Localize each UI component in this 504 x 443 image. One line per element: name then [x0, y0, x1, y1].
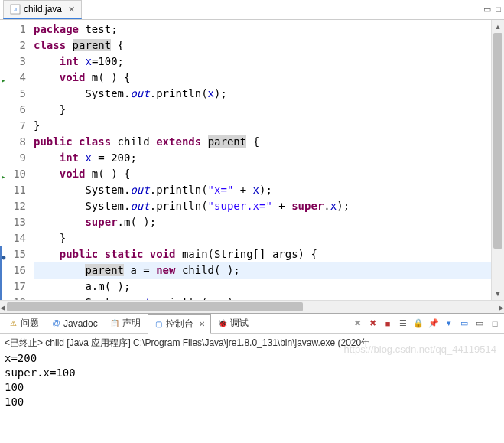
minimize-icon[interactable]: ▭ [483, 5, 491, 15]
line-number: 4▸ [0, 70, 26, 86]
editor-toolbar-right: ▭ □ [483, 5, 501, 15]
code-line[interactable]: System.out.println(x); [34, 86, 491, 102]
clear-console-icon[interactable]: ☰ [397, 318, 409, 330]
scroll-thumb[interactable] [493, 33, 502, 249]
remove-launch-icon[interactable]: ✖ [351, 318, 363, 330]
line-number-gutter: 1234▸5678910▸1112131415●1617181920 [0, 20, 31, 300]
pin-console-icon[interactable]: 📌 [428, 318, 440, 330]
code-line[interactable]: } [34, 102, 491, 118]
line-number: 6 [0, 102, 26, 118]
line-number: 8 [0, 134, 26, 150]
panel-tab-icon: 🐞 [218, 318, 228, 328]
panel-tab-icon: 📋 [110, 318, 120, 328]
panel-tab-bar: ⚠问题@Javadoc📋声明▢控制台✕🐞调试 ✖ ✖ ■ ☰ 🔒 📌 ▾ ▭ ▭… [0, 314, 504, 334]
line-number: 3 [0, 54, 26, 70]
panel-tab-label: 声明 [122, 317, 141, 330]
line-number: 14 [0, 230, 26, 246]
code-line[interactable]: class parent { [34, 37, 491, 54]
editor-tab-label: child.java [24, 4, 62, 15]
panel-tab-4[interactable]: 🐞调试 [213, 314, 254, 332]
code-line[interactable]: package test; [34, 21, 491, 37]
line-number: 17 [0, 279, 26, 295]
code-line[interactable]: int x = 200; [34, 150, 491, 166]
console-toolbar: ✖ ✖ ■ ☰ 🔒 📌 ▾ ▭ ▭ □ [351, 318, 501, 330]
line-number: 15● [0, 246, 26, 262]
panel-tab-icon: ▢ [154, 319, 164, 329]
display-selected-icon[interactable]: ▾ [443, 318, 455, 330]
close-icon[interactable]: ✕ [199, 320, 205, 328]
panel-tab-2[interactable]: 📋声明 [105, 314, 146, 332]
line-number: 1 [0, 21, 26, 37]
line-number: 11 [0, 182, 26, 198]
line-number: 12 [0, 198, 26, 214]
code-line[interactable]: } [34, 118, 491, 134]
panel-tab-icon: ⚠ [8, 318, 18, 328]
code-line[interactable]: super.m( ); [34, 214, 491, 230]
editor-tab-bar: J child.java ✕ ▭ □ [0, 0, 504, 20]
panel-tab-0[interactable]: ⚠问题 [3, 314, 44, 332]
line-number: 7 [0, 118, 26, 134]
console-output[interactable]: x=200 super.x=100 100 100 [0, 351, 504, 412]
code-line[interactable]: void m( ) { [34, 70, 491, 86]
panel-tab-label: Javadoc [63, 318, 98, 329]
h-scroll-thumb[interactable] [7, 302, 303, 311]
h-scroll-track[interactable] [5, 301, 499, 313]
code-line[interactable]: System.out.println(a.x); [34, 295, 491, 300]
line-number: 16 [0, 262, 26, 279]
code-line[interactable]: public class child extends parent { [34, 134, 491, 150]
horizontal-scrollbar[interactable]: ◀ ▶ [0, 300, 504, 313]
code-line[interactable]: System.out.println("super.x=" + super.x)… [34, 198, 491, 214]
line-number: 2 [0, 37, 26, 54]
line-number: 9 [0, 150, 26, 166]
code-line[interactable]: int x=100; [34, 54, 491, 70]
panel-tab-3[interactable]: ▢控制台✕ [148, 314, 211, 334]
change-marker [0, 246, 2, 300]
editor-tab-child-java[interactable]: J child.java ✕ [3, 0, 82, 19]
max-icon[interactable]: □ [489, 318, 501, 330]
maximize-icon[interactable]: □ [496, 5, 501, 15]
vertical-scrollbar[interactable]: ▲ ▼ [491, 20, 504, 300]
scroll-left-arrow[interactable]: ◀ [0, 301, 5, 314]
code-line[interactable]: public static void main(String[] args) { [34, 246, 491, 262]
code-line[interactable]: System.out.println("x=" + x); [34, 182, 491, 198]
bottom-panel: ⚠问题@Javadoc📋声明▢控制台✕🐞调试 ✖ ✖ ■ ☰ 🔒 📌 ▾ ▭ ▭… [0, 313, 504, 443]
code-line[interactable]: void m( ) { [34, 166, 491, 182]
remove-all-icon[interactable]: ✖ [366, 318, 379, 330]
java-file-icon: J [10, 4, 21, 15]
scroll-down-arrow[interactable]: ▼ [492, 287, 504, 300]
panel-tab-label: 调试 [230, 317, 249, 330]
min-icon[interactable]: ▭ [473, 318, 486, 330]
editor-area: 1234▸5678910▸1112131415●1617181920 packa… [0, 20, 504, 300]
panel-tab-icon: @ [51, 318, 61, 328]
console-description: <已终止> child [Java 应用程序] C:\Program Files… [0, 334, 504, 351]
line-number: 18 [0, 295, 26, 300]
close-icon[interactable]: ✕ [68, 5, 75, 15]
panel-tab-label: 控制台 [166, 318, 193, 331]
panel-tab-label: 问题 [21, 317, 39, 330]
code-line[interactable]: a.m( ); [34, 279, 491, 295]
code-line[interactable]: } [34, 230, 491, 246]
terminate-icon[interactable]: ■ [382, 318, 394, 330]
line-number: 5 [0, 86, 26, 102]
panel-tab-1[interactable]: @Javadoc [46, 316, 103, 331]
svg-text:J: J [14, 6, 17, 13]
scroll-track[interactable] [492, 33, 504, 287]
scroll-right-arrow[interactable]: ▶ [499, 301, 504, 314]
scroll-up-arrow[interactable]: ▲ [492, 20, 504, 33]
line-number: 13 [0, 214, 26, 230]
open-console-icon[interactable]: ▭ [458, 318, 470, 330]
scroll-lock-icon[interactable]: 🔒 [412, 318, 424, 330]
line-number: 10▸ [0, 166, 26, 182]
code-content[interactable]: package test;class parent { int x=100; v… [31, 20, 491, 300]
code-line[interactable]: parent a = new child( ); [34, 262, 491, 279]
